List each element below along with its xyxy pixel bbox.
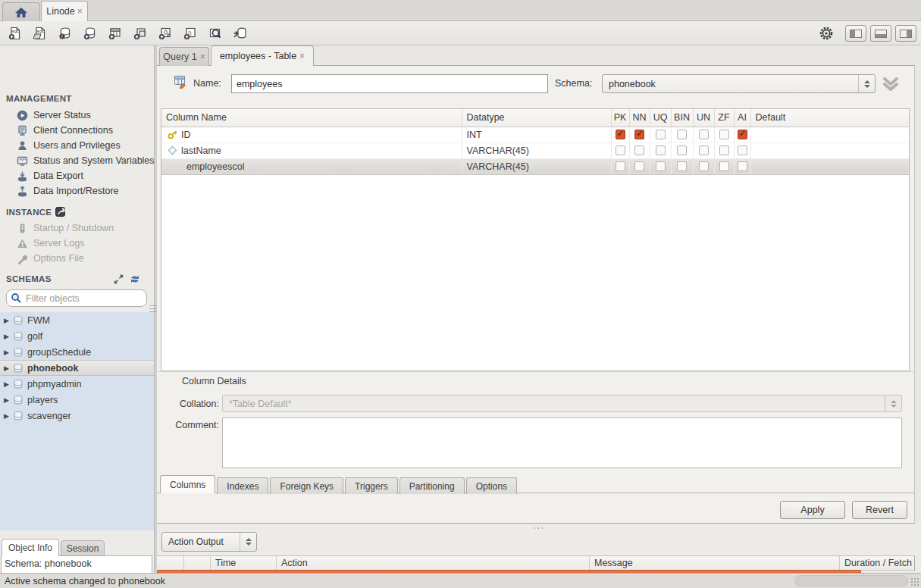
grid-header-datatype[interactable]: Datatype (462, 109, 611, 127)
preferences-gear-icon[interactable] (817, 24, 835, 42)
column-row-employeescol[interactable]: employeescol VARCHAR(45) (161, 158, 910, 174)
table-name-input[interactable] (231, 74, 548, 93)
tab-query-1[interactable]: Query 1× (159, 47, 209, 66)
close-icon[interactable]: × (299, 51, 305, 61)
schema-item-fwm[interactable]: ▶ FWM (0, 312, 154, 328)
expand-panel-icon[interactable] (114, 274, 124, 284)
toggle-left-panel-icon[interactable] (845, 25, 866, 42)
schema-select[interactable]: phonebook (602, 74, 876, 93)
comment-textarea[interactable] (222, 418, 902, 468)
expand-arrow-icon[interactable]: ▶ (0, 333, 11, 340)
checkbox-zf[interactable] (719, 161, 729, 171)
expand-arrow-icon[interactable]: ▶ (0, 396, 11, 404)
home-tab[interactable] (2, 2, 40, 21)
toggle-right-panel-icon[interactable] (895, 25, 916, 42)
create-table-icon[interactable] (105, 23, 125, 43)
expand-arrow-icon[interactable]: ▶ (0, 349, 11, 356)
grid-header-default[interactable]: Default (750, 109, 910, 127)
sidebar-item-data-import-restore[interactable]: Data Import/Restore (0, 183, 154, 199)
checkbox-pk[interactable] (616, 161, 625, 171)
expand-editor-chevron-icon[interactable] (881, 76, 901, 92)
checkbox-un[interactable] (699, 145, 709, 155)
checkbox-zf[interactable] (719, 130, 729, 139)
checkbox-checked-ai[interactable] (738, 130, 747, 139)
subtab-foreign-keys[interactable]: Foreign Keys (270, 477, 343, 494)
schema-item-scavenger[interactable]: ▶ scavenger (0, 408, 154, 424)
revert-button[interactable]: Revert (852, 501, 907, 519)
create-function-icon[interactable]: {) (180, 23, 200, 43)
output-splitter-grip[interactable] (533, 527, 544, 530)
grid-header-bin[interactable]: BIN (671, 109, 693, 127)
expand-arrow-icon[interactable]: ▶ (0, 317, 11, 324)
checkbox-pk[interactable] (616, 145, 625, 155)
sidebar-splitter-grip[interactable] (149, 303, 157, 314)
schema-item-golf[interactable]: ▶ golf (0, 328, 154, 344)
expand-arrow-icon[interactable]: ▶ (0, 380, 11, 388)
new-sql-tab-icon[interactable]: SQL (5, 23, 25, 43)
sidebar-item-startup-shutdown[interactable]: Startup / Shutdown (0, 220, 154, 236)
checkbox-ai[interactable] (738, 161, 747, 171)
checkbox-bin[interactable] (677, 130, 687, 139)
sidebar-item-options-file[interactable]: Options File (0, 251, 154, 266)
apply-button[interactable]: Apply (780, 501, 845, 519)
grid-header-un[interactable]: UN (693, 109, 714, 127)
checkbox-nn[interactable] (634, 145, 644, 155)
connection-tab[interactable]: Linode × (41, 1, 88, 21)
create-schema-icon[interactable] (80, 23, 100, 43)
checkbox-nn[interactable] (634, 161, 644, 171)
search-data-icon[interactable] (205, 23, 225, 43)
schema-item-groupschedule[interactable]: ▶ groupSchedule (0, 344, 154, 360)
collation-select[interactable]: *Table Default* (222, 395, 902, 412)
tab-object-info[interactable]: Object Info (2, 539, 59, 556)
open-sql-script-icon[interactable]: SQL (30, 23, 50, 43)
sidebar-item-data-export[interactable]: Data Export (0, 168, 154, 183)
checkbox-uq[interactable] (656, 145, 666, 155)
checkbox-checked-pk[interactable] (616, 130, 625, 139)
toggle-bottom-panel-icon[interactable] (870, 25, 891, 42)
tab-session[interactable]: Session (61, 540, 105, 556)
schema-filter-input[interactable] (26, 293, 132, 304)
column-row-id[interactable]: ID INT (161, 127, 910, 142)
grid-header-nn[interactable]: NN (629, 109, 650, 127)
tab-employees-table[interactable]: employees - Table× (211, 45, 314, 66)
subtab-triggers[interactable]: Triggers (345, 477, 398, 494)
expand-arrow-icon[interactable]: ▶ (0, 412, 11, 420)
subtab-partitioning[interactable]: Partitioning (399, 477, 465, 494)
checkbox-bin[interactable] (677, 145, 687, 155)
refresh-schemas-icon[interactable] (130, 274, 140, 284)
output-selector[interactable]: Action Output (161, 532, 257, 552)
grid-header-zf[interactable]: ZF (714, 109, 734, 127)
sidebar-item-status-and-system-variables[interactable]: Status and System Variables (0, 153, 154, 168)
expand-arrow-icon[interactable]: ▶ (0, 364, 11, 372)
resize-grip-icon[interactable] (910, 577, 919, 586)
checkbox-un[interactable] (699, 130, 709, 139)
schema-item-phonebook[interactable]: ▶ phonebook (0, 360, 154, 376)
column-row-lastname[interactable]: lastName VARCHAR(45) (161, 142, 910, 158)
checkbox-bin[interactable] (677, 161, 687, 171)
grid-header-uq[interactable]: UQ (650, 109, 671, 127)
checkbox-uq[interactable] (656, 130, 666, 139)
close-icon[interactable]: × (77, 6, 83, 17)
checkbox-checked-nn[interactable] (634, 130, 644, 139)
subtab-indexes[interactable]: Indexes (217, 477, 268, 494)
sidebar-item-server-status[interactable]: Server Status (0, 108, 154, 123)
checkbox-zf[interactable] (719, 145, 729, 155)
grid-header-column-name[interactable]: Column Name (161, 109, 462, 127)
grid-header-pk[interactable]: PK (611, 109, 629, 127)
create-view-icon[interactable] (130, 23, 150, 43)
close-icon[interactable]: × (200, 52, 205, 62)
checkbox-ai[interactable] (738, 145, 747, 155)
inspect-database-icon[interactable]: i (55, 23, 75, 43)
sidebar-item-users-and-privileges[interactable]: Users and Privileges (0, 138, 154, 153)
subtab-options[interactable]: Options (466, 477, 517, 494)
checkbox-uq[interactable] (656, 161, 666, 171)
checkbox-un[interactable] (699, 161, 709, 171)
schema-item-players[interactable]: ▶ players (0, 392, 154, 408)
schema-item-phpmyadmin[interactable]: ▶ phpmyadmin (0, 376, 154, 392)
grid-header-ai[interactable]: AI (734, 109, 750, 127)
create-stored-procedure-icon[interactable] (155, 23, 175, 43)
sidebar-item-server-logs[interactable]: Server Logs (0, 236, 154, 251)
schema-filter-box[interactable] (6, 289, 147, 307)
reconnect-dbms-icon[interactable] (230, 23, 250, 43)
sidebar-item-client-connections[interactable]: Client Connections (0, 123, 154, 138)
